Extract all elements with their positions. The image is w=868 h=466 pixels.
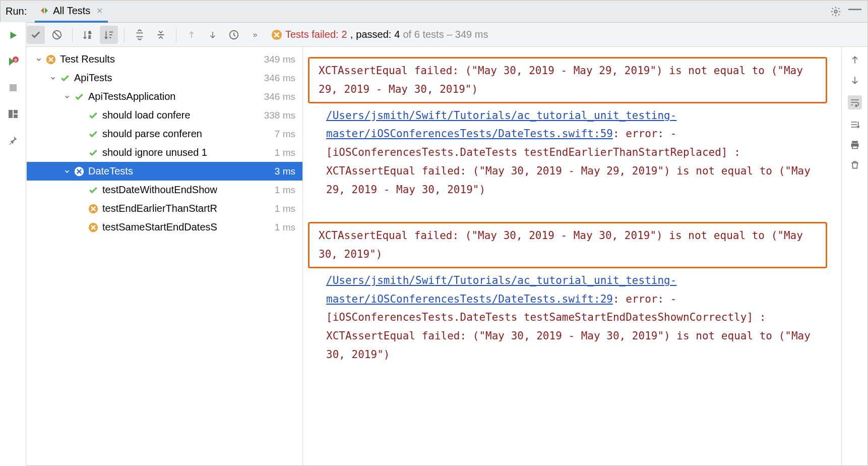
scroll-up-button[interactable]	[850, 55, 860, 65]
divider	[72, 28, 73, 42]
rerun-failed-button[interactable]: 9	[4, 52, 22, 71]
gear-icon[interactable]	[830, 6, 841, 17]
fail-icon	[87, 222, 99, 232]
fail-icon	[45, 54, 57, 65]
svg-rect-6	[14, 114, 18, 118]
tree-row[interactable]: DateTests3 ms	[27, 162, 302, 181]
left-rail: 9	[0, 22, 26, 466]
pass-icon	[87, 129, 99, 139]
tree-duration: 338 ms	[264, 110, 295, 121]
show-passed-button[interactable]	[27, 26, 45, 44]
run-label: Run:	[6, 6, 27, 17]
run-config-icon	[40, 6, 49, 15]
passed-label: passed:	[356, 29, 391, 40]
pin-button[interactable]	[4, 131, 22, 149]
sort-button[interactable]: az	[79, 26, 97, 44]
divider	[124, 28, 125, 42]
main: Test Results349 msApiTests346 msApiTests…	[1, 47, 867, 465]
tree-row[interactable]: testEndEarlierThanStartR1 ms	[27, 199, 302, 218]
prev-failed-button[interactable]	[182, 26, 201, 44]
history-button[interactable]	[225, 26, 243, 44]
tree-duration: 1 ms	[275, 203, 295, 214]
sort-duration-button[interactable]	[100, 26, 118, 44]
tree-row[interactable]: should parse conferen7 ms	[27, 125, 302, 143]
tree-label: testEndEarlierThanStartR	[102, 203, 271, 214]
fail-icon	[87, 204, 99, 214]
run-button[interactable]	[4, 26, 22, 44]
scroll-to-end-button[interactable]	[850, 120, 860, 130]
tree-row[interactable]: should load confere338 ms	[27, 106, 302, 125]
svg-rect-3	[10, 84, 17, 91]
total-text: of 6 tests – 349 ms	[403, 29, 488, 40]
pass-icon	[73, 92, 85, 102]
tree-duration: 1 ms	[275, 222, 295, 233]
svg-text:a: a	[89, 30, 91, 35]
layout-button[interactable]	[4, 105, 22, 123]
tree-row[interactable]: testDateWithoutEndShow1 ms	[27, 181, 302, 199]
svg-point-0	[834, 10, 837, 13]
chevron-down-icon[interactable]	[62, 93, 72, 100]
tree-duration: 7 ms	[275, 129, 295, 140]
tree-duration: 3 ms	[275, 166, 295, 177]
tab-bar: Run: All Tests ✕ —	[1, 1, 867, 23]
tree-duration: 1 ms	[275, 147, 295, 158]
status-summary: Tests failed: 2, passed: 4 of 6 tests – …	[271, 29, 488, 40]
error-box: XCTAssertEqual failed: ("May 30, 2019 - …	[308, 222, 827, 268]
right-rail	[841, 47, 867, 465]
error-headline: XCTAssertEqual failed: ("May 30, 2019 - …	[319, 65, 803, 95]
tree-row[interactable]: ApiTestsApplication346 ms	[27, 87, 302, 106]
tree-duration: 349 ms	[264, 54, 295, 65]
tree-label: should ignore unused 1	[102, 147, 271, 158]
tree-row[interactable]: should ignore unused 11 ms	[27, 143, 302, 162]
next-failed-button[interactable]	[204, 26, 222, 44]
chevron-down-icon[interactable]	[48, 75, 58, 82]
tree-label: should parse conferen	[102, 128, 271, 140]
stop-button[interactable]	[4, 79, 22, 97]
tree-duration: 346 ms	[264, 73, 295, 84]
fail-icon	[73, 166, 85, 177]
svg-text:9: 9	[14, 57, 17, 63]
expand-all-button[interactable]	[131, 26, 149, 44]
chevron-down-icon[interactable]	[34, 56, 44, 63]
pass-icon	[87, 148, 99, 158]
scroll-down-button[interactable]	[850, 75, 860, 85]
close-tab-icon[interactable]: ✕	[96, 6, 103, 16]
tree-label: DateTests	[88, 165, 271, 177]
fail-status-icon	[271, 29, 282, 40]
divider	[176, 28, 176, 42]
svg-rect-18	[852, 146, 857, 149]
error-headline: XCTAssertEqual failed: ("May 30, 2019 - …	[319, 229, 803, 260]
failed-count: 2	[342, 29, 347, 40]
failed-label: Tests failed:	[285, 29, 339, 40]
tab-all-tests[interactable]: All Tests ✕	[35, 1, 108, 23]
tree-duration: 1 ms	[275, 185, 295, 196]
tree-row[interactable]: Test Results349 ms	[27, 50, 302, 69]
error-box: XCTAssertEqual failed: ("May 30, 2019 - …	[308, 57, 827, 103]
svg-text:z: z	[89, 35, 91, 39]
collapse-all-button[interactable]	[152, 26, 170, 44]
print-button[interactable]	[850, 140, 860, 150]
svg-rect-4	[9, 110, 13, 118]
tree-row[interactable]: ApiTests346 ms	[27, 69, 302, 87]
chevron-down-icon[interactable]	[62, 168, 72, 175]
tree-label: ApiTests	[74, 72, 260, 84]
svg-rect-5	[14, 110, 18, 113]
more-button[interactable]: »	[246, 26, 264, 44]
soft-wrap-button[interactable]	[848, 95, 862, 109]
pass-icon	[87, 110, 99, 121]
tree-row[interactable]: testSameStartEndDatesS1 ms	[27, 218, 302, 237]
tree-label: should load confere	[102, 109, 260, 121]
tree-label: testDateWithoutEndShow	[102, 184, 271, 196]
console-output[interactable]: XCTAssertEqual failed: ("May 30, 2019 - …	[303, 47, 841, 465]
pass-icon	[87, 185, 99, 195]
svg-rect-16	[852, 141, 858, 143]
clear-button[interactable]	[850, 160, 860, 170]
tree-label: testSameStartEndDatesS	[102, 221, 271, 233]
show-ignored-button[interactable]	[48, 26, 66, 44]
tree-label: ApiTestsApplication	[88, 91, 260, 102]
test-tree[interactable]: Test Results349 msApiTests346 msApiTests…	[27, 47, 303, 465]
toolbar: az » Tests failed: 2, passed: 4 of 6 tes…	[1, 23, 867, 47]
passed-count: 4	[394, 29, 400, 40]
pass-icon	[59, 73, 71, 83]
minimize-icon[interactable]: —	[848, 6, 861, 17]
